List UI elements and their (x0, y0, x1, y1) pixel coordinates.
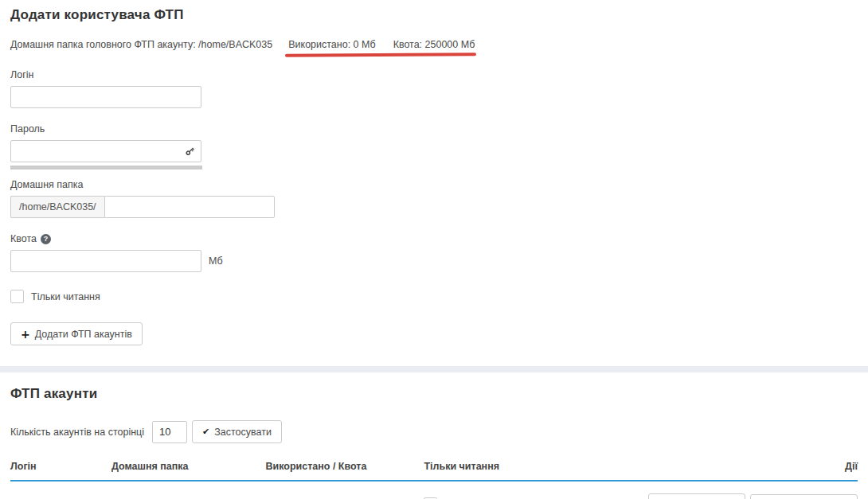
readonly-label: Тільки читання (31, 291, 100, 302)
section-divider (0, 366, 868, 372)
row-home-folder-text: /home/BACK035/sites/ (111, 481, 266, 499)
per-page-label: Кількість акаунтів на сторінці (10, 427, 144, 438)
header-login: Логін (10, 456, 111, 481)
header-readonly: Тільки читання (424, 456, 643, 481)
per-page-row: Кількість акаунтів на сторінці ✔ Застосу… (10, 420, 858, 443)
login-input[interactable] (10, 86, 201, 108)
readonly-checkbox[interactable] (10, 290, 24, 303)
accounts-table: Логін Домашня папка Використано / Квота … (10, 456, 858, 499)
apply-button[interactable]: ✔ Застосувати (192, 420, 282, 443)
per-page-input[interactable] (152, 421, 187, 443)
ftp-accounts-title: ФТП акаунти (10, 386, 858, 402)
header-used-quota: Використано / Квота (265, 456, 424, 481)
table-header-row: Логін Домашня папка Використано / Квота … (10, 456, 858, 481)
quota-input[interactable] (10, 250, 201, 272)
change-password-button[interactable]: Змінити пароль (750, 494, 858, 499)
quota-help-icon[interactable]: ? (41, 234, 51, 244)
password-strength-bar (10, 166, 202, 170)
page: Додати користувача ФТП Домашня папка гол… (0, 0, 868, 499)
apply-button-label: Застосувати (214, 427, 272, 438)
plus-icon: + (21, 329, 30, 340)
password-label: Пароль (10, 123, 858, 134)
used-amount-text: Використано: 0 Мб (288, 39, 375, 50)
home-folder-field-group: Домашня папка /home/BACK035/ (10, 179, 858, 218)
change-quota-button[interactable]: ✎ Змінити квоту (648, 493, 745, 499)
password-input-wrap (10, 140, 201, 162)
usage-quota-highlight: Використано: 0 МбКвота: 250000 Мб (288, 39, 475, 50)
add-ftp-accounts-button-label: Додати ФТП акаунтів (35, 329, 132, 340)
ftp-accounts-panel: ФТП акаунти Кількість акаунтів на сторін… (0, 372, 868, 499)
main-home-folder-text: Домашня папка головного ФТП акаунту: /ho… (10, 39, 272, 50)
generate-password-key-icon[interactable] (185, 146, 195, 157)
home-folder-prefix: /home/BACK035/ (10, 196, 104, 218)
page-title: Додати користувача ФТП (10, 7, 858, 23)
home-folder-label: Домашня папка (10, 179, 858, 190)
header-home-folder: Домашня папка (111, 456, 266, 481)
check-icon: ✔ (202, 427, 209, 436)
quota-label: Квота (10, 233, 37, 244)
password-field-group: Пароль (10, 123, 858, 170)
home-folder-input-group: /home/BACK035/ (10, 196, 275, 218)
add-ftp-accounts-button[interactable]: + Додати ФТП акаунтів (10, 322, 143, 345)
readonly-option-row: Тільки читання (10, 290, 858, 303)
quota-field-group: Квота ? Мб (10, 233, 858, 272)
add-ftp-user-panel: Додати користувача ФТП Домашня папка гол… (0, 0, 868, 366)
home-folder-input[interactable] (104, 196, 275, 218)
quota-amount-text: Квота: 250000 Мб (393, 39, 475, 50)
table-row: ? BACK035 /home/BACK035/sites/ 232408.86… (10, 481, 858, 499)
account-summary-line: Домашня папка головного ФТП акаунту: /ho… (10, 39, 858, 50)
login-label: Логін (10, 69, 858, 80)
red-marker-underline (285, 53, 476, 57)
login-field-group: Логін (10, 69, 858, 108)
quota-unit-label: Мб (209, 255, 223, 267)
header-actions: Дії (643, 456, 858, 481)
password-input[interactable] (10, 140, 201, 162)
